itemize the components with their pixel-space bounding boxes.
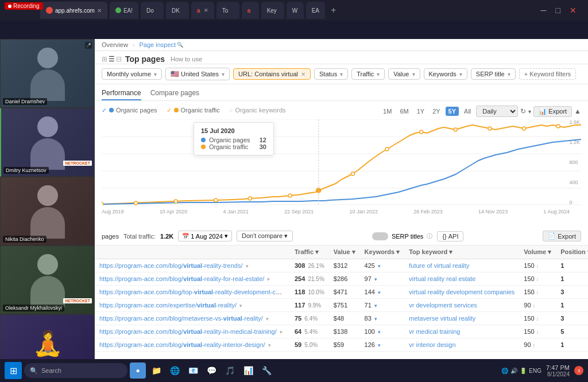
url-dropdown-icon[interactable]: ▾	[266, 316, 269, 322]
url-dropdown-icon[interactable]: ▾	[267, 276, 270, 282]
keywords-trend-icon[interactable]: ▾	[378, 342, 381, 348]
url-cell[interactable]: https://program-ace.com/blog/top-virtual…	[95, 286, 290, 299]
keywords-trend-icon[interactable]: ▾	[374, 316, 377, 322]
list-view-btn[interactable]: ☰	[109, 55, 115, 63]
tab-extra1[interactable]: EA!	[110, 2, 138, 19]
win-maximize[interactable]: □	[554, 5, 563, 16]
url-filter-close[interactable]: ✕	[301, 71, 305, 77]
tab-extra2[interactable]: Do	[141, 2, 164, 19]
keywords-dropdown[interactable]: ▾	[459, 71, 462, 77]
tile-view-btn[interactable]: ⊟	[116, 55, 122, 63]
taskbar-app6[interactable]: 🔧	[258, 362, 274, 379]
top-keyword-cell[interactable]: future of virtual reality	[404, 259, 519, 272]
value-dropdown[interactable]: ▾	[412, 71, 415, 77]
col-position[interactable]: Position ▾	[556, 245, 588, 259]
chart-options-btn[interactable]: ▾	[528, 108, 531, 115]
monthly-volume-filter[interactable]: Monthly volume ▾	[102, 68, 162, 80]
col-keywords[interactable]: Keywords ▾	[360, 245, 405, 259]
keywords-trend-icon[interactable]: ▾	[378, 263, 381, 269]
url-dropdown-icon[interactable]: ▾	[239, 303, 242, 309]
taskbar-search[interactable]: 🔍 Search	[24, 363, 127, 378]
serp-titles-toggle[interactable]	[372, 232, 388, 240]
language-label[interactable]: ENG	[529, 368, 541, 374]
refresh-chart-btn[interactable]: ↻	[520, 107, 526, 115]
chart-export-btn[interactable]: 📊 Export	[533, 106, 572, 117]
col-value[interactable]: Value ▾	[329, 245, 360, 259]
page-inspect-link[interactable]: Page inspect 🔍	[140, 41, 184, 48]
network-icon[interactable]: 🌐	[501, 368, 508, 374]
taskbar-app3[interactable]: 💬	[203, 362, 219, 379]
top-keyword-cell[interactable]: vr interior design	[404, 338, 519, 352]
serp-title-filter[interactable]: SERP title ▾	[471, 68, 516, 80]
keywords-trend-icon[interactable]: ▾	[378, 329, 381, 335]
legend-organic-traffic[interactable]: ✓ Organic traffic	[167, 107, 220, 114]
battery-icon[interactable]: 🔋	[520, 368, 527, 374]
how-to-use-link[interactable]: How to use	[171, 56, 202, 63]
taskbar-chrome[interactable]: ●	[130, 362, 146, 379]
period-all[interactable]: All	[461, 107, 474, 116]
start-button[interactable]: ⊞	[5, 362, 22, 379]
url-cell[interactable]: https://program-ace.com/blog/virtual-rea…	[95, 272, 290, 286]
notification-badge[interactable]: 3	[574, 366, 583, 375]
legend-organic-pages[interactable]: ✓ Organic pages	[102, 107, 157, 114]
tab-extra8[interactable]: W	[287, 2, 304, 19]
period-2y[interactable]: 2Y	[430, 107, 443, 116]
keywords-filter[interactable]: Keywords ▾	[424, 68, 467, 80]
taskbar-app1[interactable]: 🌐	[167, 362, 183, 379]
taskbar-app5[interactable]: 📊	[240, 362, 256, 379]
taskbar-explorer[interactable]: 📁	[148, 362, 164, 379]
url-cell[interactable]: https://program-ace.com/blog/virtual-rea…	[95, 338, 290, 352]
country-filter[interactable]: 🇺🇸 United States ▾	[165, 68, 230, 80]
dont-compare-btn[interactable]: Don't compare ▾	[237, 231, 293, 241]
breadcrumb-overview[interactable]: Overview	[102, 41, 128, 48]
col-traffic[interactable]: Traffic ▾	[290, 245, 329, 259]
traffic-filter[interactable]: Traffic ▾	[351, 68, 385, 80]
date-filter[interactable]: 📅 1 Aug 2024 ▾	[178, 231, 232, 241]
url-filter[interactable]: URL: Contains virtual ✕	[233, 68, 311, 80]
serp-title-dropdown[interactable]: ▾	[508, 71, 510, 77]
taskbar-app2[interactable]: 📧	[185, 362, 201, 379]
url-dropdown-icon[interactable]: ▾	[246, 263, 249, 269]
add-keyword-filters[interactable]: + Keyword filters	[519, 68, 577, 80]
api-btn[interactable]: {} API	[437, 231, 463, 241]
tab-ahrefs[interactable]: app.ahrefs.com ✕	[40, 2, 107, 19]
tab-close[interactable]: ✕	[97, 7, 102, 14]
period-1m[interactable]: 1M	[380, 107, 394, 116]
url-cell[interactable]: https://program-ace.com/expertise/virtua…	[95, 299, 290, 312]
grid-view-btn[interactable]: ⊞	[102, 55, 107, 63]
chart-collapse-btn[interactable]: ▲	[574, 107, 581, 115]
col-volume[interactable]: Volume ▾	[519, 245, 556, 259]
top-keyword-cell[interactable]: virtual reality development companies	[404, 286, 519, 299]
table-export-btn[interactable]: 📄 Export	[543, 231, 581, 241]
url-dropdown-icon[interactable]: ▾	[280, 329, 283, 335]
win-minimize[interactable]: ─	[539, 5, 549, 16]
tab-extra6[interactable]: a	[242, 2, 259, 19]
win-close[interactable]: ✕	[567, 5, 579, 16]
period-5y[interactable]: 5Y	[446, 107, 459, 116]
top-keyword-cell[interactable]: virtual reality real estate	[404, 272, 519, 286]
value-filter[interactable]: Value ▾	[388, 68, 420, 80]
url-dropdown-icon[interactable]: ▾	[268, 342, 271, 348]
period-6m[interactable]: 6M	[397, 107, 411, 116]
tab-compare-pages[interactable]: Compare pages	[150, 87, 199, 100]
tab-extra4[interactable]: a ✕	[191, 2, 214, 19]
monthly-volume-dropdown[interactable]: ▾	[154, 71, 157, 77]
top-keyword-cell[interactable]: vr medical training	[404, 325, 519, 338]
tab-extra9[interactable]: EA	[306, 2, 325, 19]
url-cell[interactable]: https://program-ace.com/blog/virtual-rea…	[95, 259, 290, 272]
tab-extra3[interactable]: DK	[166, 2, 189, 19]
status-filter[interactable]: Status ▾	[314, 68, 348, 80]
granularity-select[interactable]: Daily Weekly Monthly	[476, 106, 518, 117]
volume-icon[interactable]: 🔊	[510, 368, 517, 374]
tab-performance[interactable]: Performance	[102, 87, 141, 100]
url-cell[interactable]: https://program-ace.com/blog/virtual-rea…	[95, 325, 290, 338]
new-tab-button[interactable]: +	[327, 5, 339, 15]
col-top-keyword[interactable]: Top keyword ▾	[404, 245, 519, 259]
keywords-trend-icon[interactable]: ▾	[374, 303, 377, 309]
keywords-trend-icon[interactable]: ▾	[374, 276, 377, 282]
country-dropdown[interactable]: ▾	[222, 71, 225, 77]
taskbar-app4[interactable]: 🎵	[222, 362, 238, 379]
status-dropdown[interactable]: ▾	[340, 71, 343, 77]
tab-extra5[interactable]: To	[216, 2, 239, 19]
traffic-dropdown[interactable]: ▾	[377, 71, 380, 77]
